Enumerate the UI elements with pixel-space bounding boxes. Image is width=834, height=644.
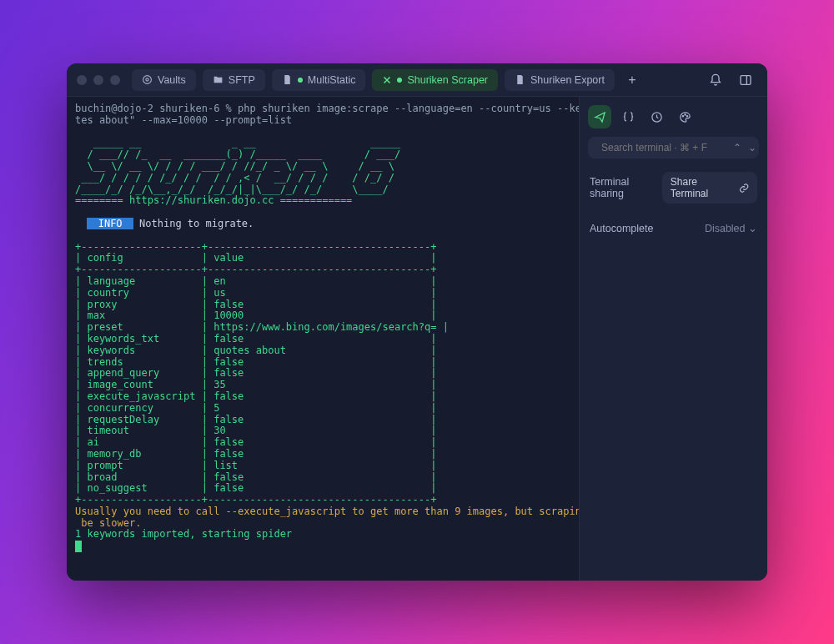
table-row: | preset | https://www.bing.com/images/s… [75, 321, 449, 333]
panel-toggle-button[interactable] [734, 68, 757, 92]
table-row: | language | en | [75, 275, 436, 287]
sharing-label: Terminal sharing [590, 176, 662, 199]
send-icon [594, 111, 606, 123]
table-row: | trends | false | [75, 356, 436, 368]
table-row: | concurrency | 5 | [75, 402, 436, 414]
folder-icon [213, 74, 224, 85]
bell-icon [709, 73, 722, 87]
traffic-close[interactable] [77, 75, 87, 85]
tab-label: SFTP [229, 74, 255, 86]
add-tab-button[interactable]: + [621, 69, 643, 91]
table-row: | ai | false | [75, 436, 436, 448]
table-row: | append_query | false | [75, 367, 436, 379]
share-terminal-button[interactable]: Share Terminal [662, 172, 757, 204]
table-border: +--------------------+------------------… [75, 264, 436, 275]
traffic-zoom[interactable] [110, 75, 120, 85]
tab-label: Shuriken Export [530, 74, 605, 86]
table-row: | keywords | quotes about | [75, 345, 436, 356]
warning-line: Usually you need to call --execute_javas… [75, 506, 579, 529]
terminal-output[interactable]: buchin@dojo-2 shuriken-6 % php shuriken … [67, 97, 579, 581]
tab-shuriken-export[interactable]: Shuriken Export [505, 69, 615, 91]
chevron-up-icon[interactable]: ⌃ [733, 142, 741, 153]
app-window: Vaults SFTP MultiStatic Shuriken Scraper… [67, 63, 767, 581]
search-terminal[interactable]: ⌃ ⌄ [588, 137, 759, 158]
modified-dot-icon [397, 78, 402, 83]
clock-icon [651, 111, 663, 123]
svg-point-5 [682, 115, 683, 116]
svg-point-6 [684, 113, 685, 114]
table-row: | proxy | false | [75, 299, 436, 310]
main-area: buchin@dojo-2 shuriken-6 % php shuriken … [67, 97, 767, 581]
titlebar: Vaults SFTP MultiStatic Shuriken Scraper… [67, 63, 767, 97]
notifications-button[interactable] [704, 68, 727, 92]
panel-icon [739, 73, 752, 87]
table-row: | memory_db | false | [75, 448, 436, 460]
tab-label: MultiStatic [308, 74, 356, 86]
right-sidebar: ⌃ ⌄ Terminal sharing Share Terminal Auto… [579, 97, 767, 581]
terminal-sharing-row: Terminal sharing Share Terminal [588, 167, 759, 209]
tab-multistatic[interactable]: MultiStatic [272, 69, 366, 91]
logo-url-line: ======== https://shuriken.dojo.cc ======… [75, 194, 352, 206]
table-border: +--------------------+------------------… [75, 494, 436, 506]
prompt-line: buchin@dojo-2 shuriken-6 % php shuriken … [75, 103, 579, 126]
tab-label: Shuriken Scraper [407, 74, 488, 86]
braces-icon [622, 111, 635, 123]
sidebar-clock-button[interactable] [645, 105, 668, 128]
info-text: Nothing to migrate. [133, 218, 254, 229]
sidebar-palette-button[interactable] [673, 105, 696, 128]
table-row: | prompt | list | [75, 460, 436, 471]
table-row: | max | 10000 | [75, 309, 436, 321]
table-row: | no_suggest | false | [75, 482, 436, 494]
sidebar-json-button[interactable] [616, 105, 640, 128]
table-row: | execute_javascript | false | [75, 390, 436, 402]
table-row: | image_count | 35 | [75, 379, 436, 390]
chevron-down-icon[interactable]: ⌄ [748, 142, 756, 153]
table-row: | requestDelay | false | [75, 414, 436, 425]
document-icon [282, 74, 293, 85]
tab-sftp[interactable]: SFTP [203, 69, 265, 91]
table-border: +--------------------+------------------… [75, 241, 436, 253]
document-icon [515, 74, 525, 85]
traffic-lights [77, 75, 120, 85]
table-row: | keywords_txt | false | [75, 333, 436, 345]
autocomplete-label: Autocomplete [590, 223, 653, 234]
tab-vaults[interactable]: Vaults [132, 69, 196, 91]
tab-label: Vaults [158, 74, 186, 86]
ascii-logo: _____ __ _ __ _____ / ___// /_ __ ______… [75, 137, 400, 194]
vault-icon [142, 74, 153, 85]
svg-point-0 [143, 76, 152, 84]
traffic-minimize[interactable] [93, 75, 103, 85]
table-header: | config | value | [75, 252, 436, 264]
share-button-label: Share Terminal [671, 176, 734, 199]
palette-icon [679, 111, 691, 123]
status-line: 1 keywords imported, starting spider [75, 528, 292, 540]
modified-dot-icon [298, 78, 303, 83]
table-row: | country | us | [75, 287, 436, 299]
close-icon[interactable] [382, 75, 392, 85]
sidebar-nav-button[interactable] [588, 105, 611, 128]
tab-shuriken-scraper[interactable]: Shuriken Scraper [372, 69, 498, 91]
link-icon [739, 183, 749, 194]
svg-point-7 [686, 115, 687, 116]
autocomplete-row[interactable]: Autocomplete Disabled ⌄ [588, 217, 759, 239]
cursor [75, 541, 82, 552]
info-badge: INFO [87, 218, 133, 229]
table-row: | timeout | 30 | [75, 425, 436, 436]
chevron-down-icon: ⌄ [748, 223, 757, 234]
sidebar-tool-icons [588, 105, 759, 128]
search-input[interactable] [601, 142, 726, 153]
svg-rect-2 [741, 75, 751, 84]
autocomplete-value: Disabled ⌄ [705, 222, 757, 234]
svg-point-1 [146, 78, 148, 81]
table-row: | broad | false | [75, 471, 436, 483]
